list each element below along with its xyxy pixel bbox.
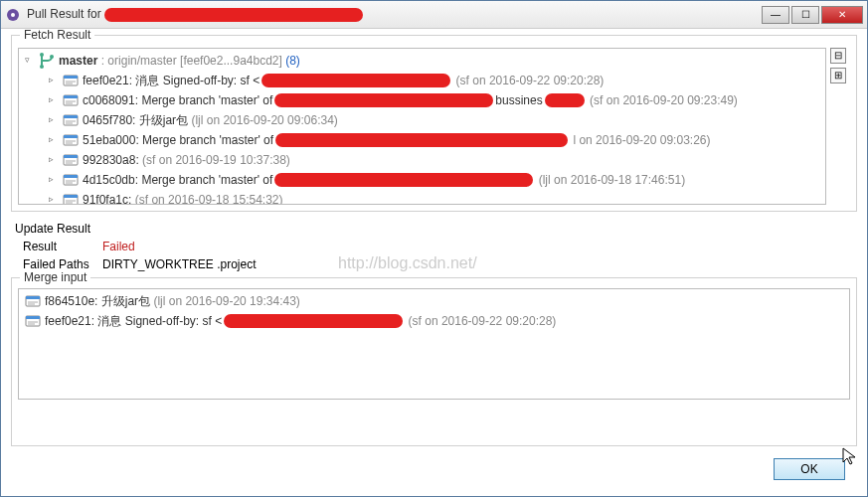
commit-icon	[63, 192, 79, 205]
collapse-icon[interactable]: ▿	[25, 55, 37, 67]
merge-input-label: Merge input	[20, 270, 90, 284]
svg-rect-38	[26, 316, 40, 319]
commit-row[interactable]: ▹4d15c0db: Merge branch 'master' of (ljl…	[21, 170, 823, 190]
svg-rect-14	[64, 115, 78, 118]
fetch-result-label: Fetch Result	[20, 29, 94, 42]
close-button[interactable]: ✕	[821, 6, 863, 24]
ok-button[interactable]: OK	[774, 458, 845, 480]
collapse-all-button[interactable]: ⊞	[830, 68, 846, 83]
expand-icon[interactable]: ▹	[49, 75, 61, 86]
svg-rect-10	[64, 95, 78, 98]
commit-icon	[25, 313, 41, 329]
commit-icon	[63, 132, 79, 148]
svg-rect-30	[64, 195, 78, 198]
failed-paths-label: Failed Paths	[23, 257, 102, 271]
titlebar: Pull Result for — ☐ ✕	[1, 1, 867, 29]
update-result-section: Update Result Result Failed Failed Paths…	[11, 218, 857, 277]
commit-icon	[63, 92, 79, 108]
merge-item[interactable]: f864510e: 升级jar包 (ljl on 2016-09-20 19:3…	[21, 291, 847, 311]
expand-icon[interactable]: ▹	[49, 154, 61, 166]
svg-rect-22	[64, 155, 78, 158]
commit-icon	[63, 73, 79, 88]
commit-icon	[25, 293, 41, 309]
fetch-tree[interactable]: ▿ master : origin/master [feef0e2...9a4b…	[18, 48, 826, 205]
commit-row[interactable]: ▹0465f780: 升级jar包 (ljl on 2016-09-20 09:…	[21, 110, 823, 130]
minimize-button[interactable]: —	[762, 6, 789, 24]
commit-icon	[63, 152, 79, 168]
maximize-button[interactable]: ☐	[791, 6, 819, 24]
branch-icon	[39, 53, 55, 69]
commit-row[interactable]: ▹992830a8: (sf on 2016-09-19 10:37:38)	[21, 150, 823, 170]
expand-icon[interactable]: ▹	[49, 114, 61, 126]
merge-item[interactable]: feef0e21: 消息 Signed-off-by: sf < (sf on …	[21, 311, 847, 331]
merge-list[interactable]: f864510e: 升级jar包 (ljl on 2016-09-20 19:3…	[18, 288, 850, 400]
svg-point-4	[50, 55, 54, 59]
commit-icon	[63, 112, 79, 128]
commit-row[interactable]: ▹91f0fa1c: (sf on 2016-09-18 15:54:32)	[21, 190, 823, 205]
svg-point-1	[11, 13, 15, 17]
merge-input-group: Merge input f864510e: 升级jar包 (ljl on 201…	[11, 277, 857, 446]
window-title: Pull Result for	[27, 7, 762, 22]
commit-icon	[63, 172, 79, 188]
expand-all-button[interactable]: ⊟	[830, 48, 846, 64]
failed-paths-value: DIRTY_WORKTREE .project	[102, 257, 256, 271]
tree-root[interactable]: ▿ master : origin/master [feef0e2...9a4b…	[21, 51, 823, 71]
update-result-label: Update Result	[15, 222, 90, 236]
expand-icon[interactable]: ▹	[49, 194, 61, 205]
commit-row[interactable]: ▹feef0e21: 消息 Signed-off-by: sf < (sf on…	[21, 71, 823, 90]
result-value: Failed	[102, 240, 135, 253]
expand-icon[interactable]: ▹	[49, 94, 61, 106]
commit-row[interactable]: ▹51eba000: Merge branch 'master' of l on…	[21, 130, 823, 150]
app-icon	[5, 7, 21, 23]
svg-rect-34	[26, 296, 40, 299]
svg-point-3	[40, 65, 44, 69]
svg-rect-18	[64, 135, 78, 138]
svg-point-2	[40, 53, 44, 57]
svg-rect-26	[64, 175, 78, 178]
fetch-result-group: Fetch Result ▿ master : origin/master [f…	[11, 35, 857, 212]
result-label: Result	[23, 240, 102, 253]
svg-rect-6	[64, 76, 78, 79]
expand-icon[interactable]: ▹	[49, 134, 61, 146]
expand-icon[interactable]: ▹	[49, 174, 61, 186]
commit-row[interactable]: ▹c0068091: Merge branch 'master' ofbussi…	[21, 90, 823, 110]
